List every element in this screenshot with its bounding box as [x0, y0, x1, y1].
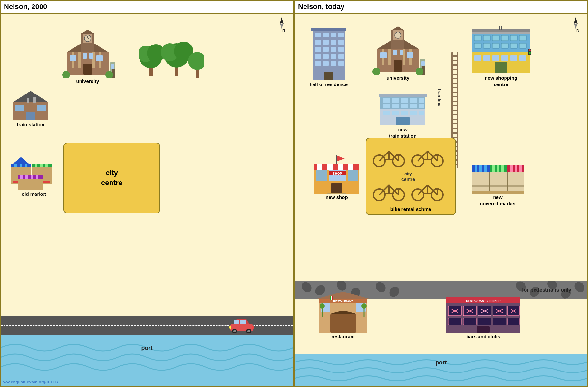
maps-container: Nelson, 2000 N	[0, 0, 588, 387]
svg-rect-164	[419, 104, 424, 108]
left-car	[229, 318, 255, 334]
svg-point-69	[233, 330, 236, 332]
svg-rect-88	[315, 47, 321, 52]
right-hall-of-residence: hall of residence	[304, 26, 353, 88]
svg-rect-85	[323, 40, 329, 45]
svg-text:RESTAURANT & DINNER: RESTAURANT & DINNER	[466, 299, 501, 303]
right-bars-clubs: RESTAURANT & DINNER	[443, 292, 524, 340]
right-university-label: university	[387, 75, 410, 81]
svg-rect-119	[421, 61, 425, 66]
svg-rect-82	[331, 33, 336, 37]
left-university-label: university	[76, 78, 99, 84]
svg-rect-73	[252, 326, 254, 329]
left-city-centre: citycentre	[63, 143, 160, 213]
svg-rect-156	[392, 98, 399, 103]
svg-rect-130	[510, 35, 517, 41]
svg-rect-79	[311, 28, 346, 31]
svg-rect-86	[331, 40, 336, 45]
svg-rect-90	[331, 47, 336, 52]
svg-point-148	[529, 52, 531, 54]
svg-rect-62	[31, 175, 33, 179]
svg-rect-42	[27, 98, 29, 103]
svg-rect-129	[501, 35, 508, 41]
right-train-station: newtrain station	[374, 91, 432, 139]
svg-rect-221	[472, 170, 524, 193]
right-map-panel: Nelson, today N	[294, 0, 588, 387]
svg-rect-212	[316, 170, 327, 181]
svg-rect-141	[492, 55, 499, 61]
svg-rect-110	[388, 49, 391, 65]
svg-rect-50	[25, 164, 27, 167]
svg-rect-84	[315, 40, 321, 45]
svg-rect-264	[332, 296, 333, 300]
svg-point-147	[529, 49, 531, 51]
svg-rect-135	[501, 43, 508, 48]
svg-rect-87	[338, 40, 344, 45]
svg-rect-43	[33, 97, 36, 103]
svg-rect-209	[327, 164, 333, 170]
svg-rect-169	[419, 111, 424, 115]
svg-rect-98	[331, 61, 336, 66]
svg-rect-63	[36, 175, 38, 179]
right-shopping-centre: new shoppingcentre	[469, 26, 533, 87]
svg-rect-41	[37, 105, 46, 111]
left-road	[1, 316, 293, 335]
svg-rect-285	[478, 318, 491, 325]
svg-rect-159	[419, 98, 424, 103]
svg-rect-92	[315, 54, 321, 59]
left-compass: N	[275, 17, 288, 35]
svg-rect-286	[493, 318, 506, 325]
right-new-shop-label: new shop	[325, 194, 348, 201]
svg-rect-228	[492, 165, 495, 172]
svg-rect-234	[519, 165, 522, 172]
svg-rect-80	[315, 33, 321, 37]
svg-marker-252	[317, 292, 369, 299]
right-map-body: N	[295, 14, 587, 386]
left-train-station-label: train station	[17, 122, 44, 128]
svg-rect-226	[484, 165, 487, 172]
svg-text:RESTAURANT: RESTAURANT	[333, 300, 353, 303]
svg-rect-263	[331, 296, 332, 300]
svg-marker-108	[391, 26, 404, 30]
svg-rect-166	[392, 111, 399, 115]
svg-rect-284	[463, 318, 476, 325]
svg-rect-232	[510, 165, 513, 172]
svg-rect-17	[70, 55, 76, 61]
right-map-title: Nelson, today	[295, 1, 587, 14]
svg-rect-145	[495, 62, 507, 73]
right-hall-label: hall of residence	[310, 81, 348, 88]
svg-rect-137	[519, 43, 526, 48]
svg-rect-253	[330, 314, 356, 333]
svg-rect-163	[410, 104, 417, 108]
right-covered-market: newcovered market	[469, 155, 527, 207]
svg-rect-150	[472, 29, 530, 32]
left-trees	[139, 31, 204, 81]
svg-point-261	[361, 303, 367, 309]
svg-rect-217	[331, 183, 342, 194]
left-map-title: Nelson, 2000	[1, 1, 293, 14]
svg-rect-139	[474, 55, 481, 61]
svg-rect-96	[315, 61, 321, 66]
svg-rect-225	[479, 165, 482, 172]
svg-rect-61	[25, 175, 28, 179]
left-map-panel: Nelson, 2000 N	[0, 0, 294, 387]
svg-rect-117	[400, 50, 403, 55]
svg-rect-152	[501, 26, 502, 30]
svg-rect-151	[499, 26, 500, 30]
svg-rect-168	[410, 111, 417, 115]
svg-rect-158	[410, 98, 417, 103]
svg-rect-94	[331, 54, 336, 59]
right-bars-clubs-label: bars and clubs	[466, 333, 500, 340]
left-city-centre-label: citycentre	[101, 168, 122, 188]
svg-rect-133	[483, 43, 490, 48]
svg-marker-75	[574, 17, 578, 24]
right-covered-market-label: newcovered market	[480, 194, 516, 207]
left-university: university	[59, 30, 117, 84]
left-train-station: train station	[10, 89, 52, 128]
svg-rect-238	[472, 191, 524, 194]
svg-rect-262	[330, 296, 331, 300]
svg-marker-37	[13, 91, 48, 102]
svg-rect-126	[474, 35, 481, 41]
svg-rect-18	[96, 55, 103, 61]
right-city-centre: city centre bike rental schme	[366, 138, 456, 215]
